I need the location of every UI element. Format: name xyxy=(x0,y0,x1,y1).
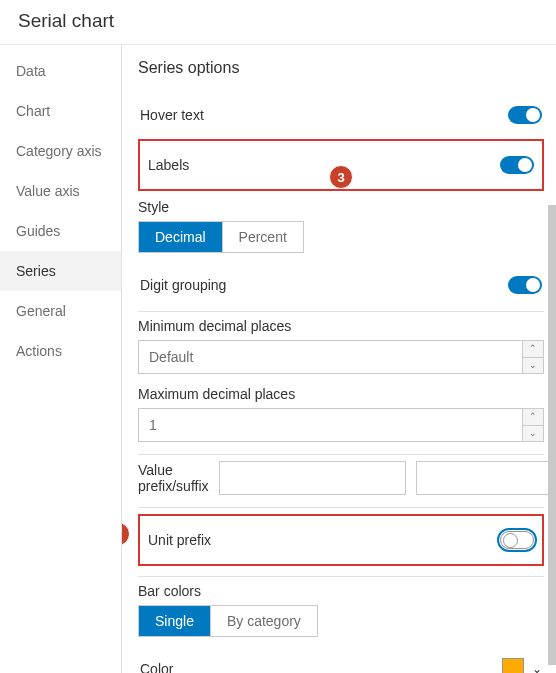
min-decimal-section: Minimum decimal places ⌃ ⌄ xyxy=(138,318,544,374)
bar-colors-section: Bar colors Single By category xyxy=(138,583,544,637)
max-decimal-up[interactable]: ⌃ xyxy=(523,409,543,426)
page-header: Serial chart xyxy=(0,0,556,45)
unit-prefix-label: Unit prefix xyxy=(148,532,211,548)
max-decimal-spinner: ⌃ ⌄ xyxy=(522,408,544,442)
sidebar-item-chart[interactable]: Chart xyxy=(0,91,121,131)
max-decimal-section: Maximum decimal places ⌃ ⌄ xyxy=(138,386,544,442)
hover-text-label: Hover text xyxy=(140,107,204,123)
labels-toggle[interactable] xyxy=(500,156,534,174)
digit-grouping-row: Digit grouping xyxy=(138,265,544,305)
body: Data Chart Category axis Value axis Guid… xyxy=(0,45,556,673)
bar-colors-single-button[interactable]: Single xyxy=(139,606,210,636)
sidebar-item-value-axis[interactable]: Value axis xyxy=(0,171,121,211)
bar-colors-segment: Single By category xyxy=(138,605,318,637)
min-decimal-input[interactable] xyxy=(138,340,522,374)
options-panel: Series options Hover text Labels 3 Style… xyxy=(122,45,556,673)
color-picker[interactable]: ⌄ xyxy=(502,658,542,673)
value-prefix-suffix-label: Value prefix/suffix xyxy=(138,462,209,494)
value-prefix-suffix-row: Value prefix/suffix xyxy=(138,461,544,495)
divider xyxy=(138,507,544,508)
style-segment: Decimal Percent xyxy=(138,221,304,253)
unit-prefix-highlight: 4 Unit prefix xyxy=(138,514,544,566)
hover-text-row: Hover text xyxy=(138,95,544,135)
sidebar-item-guides[interactable]: Guides xyxy=(0,211,121,251)
digit-grouping-toggle[interactable] xyxy=(508,276,542,294)
unit-prefix-toggle[interactable] xyxy=(500,531,534,549)
min-decimal-label: Minimum decimal places xyxy=(138,318,544,334)
sidebar-item-actions[interactable]: Actions xyxy=(0,331,121,371)
bar-colors-label: Bar colors xyxy=(138,583,544,599)
divider xyxy=(138,576,544,577)
style-decimal-button[interactable]: Decimal xyxy=(139,222,222,252)
hover-text-toggle[interactable] xyxy=(508,106,542,124)
max-decimal-input-wrap: ⌃ ⌄ xyxy=(138,408,544,442)
page-title: Serial chart xyxy=(18,10,114,31)
annotation-marker-4: 4 xyxy=(122,522,130,546)
divider xyxy=(138,311,544,312)
min-decimal-input-wrap: ⌃ ⌄ xyxy=(138,340,544,374)
sidebar-item-general[interactable]: General xyxy=(0,291,121,331)
scrollbar[interactable] xyxy=(548,205,556,665)
annotation-marker-3: 3 xyxy=(329,165,353,189)
sidebar-item-data[interactable]: Data xyxy=(0,51,121,91)
sidebar: Data Chart Category axis Value axis Guid… xyxy=(0,45,122,673)
style-percent-button[interactable]: Percent xyxy=(222,222,303,252)
max-decimal-label: Maximum decimal places xyxy=(138,386,544,402)
max-decimal-down[interactable]: ⌄ xyxy=(523,426,543,442)
labels-label: Labels xyxy=(148,157,189,173)
min-decimal-down[interactable]: ⌄ xyxy=(523,358,543,374)
divider xyxy=(138,454,544,455)
style-label: Style xyxy=(138,199,544,215)
color-row: Color ⌄ xyxy=(138,649,544,673)
value-prefix-input[interactable] xyxy=(219,461,406,495)
max-decimal-input[interactable] xyxy=(138,408,522,442)
digit-grouping-label: Digit grouping xyxy=(140,277,226,293)
bar-colors-by-category-button[interactable]: By category xyxy=(210,606,317,636)
panel-title: Series options xyxy=(138,59,544,77)
labels-highlight: Labels 3 xyxy=(138,139,544,191)
min-decimal-up[interactable]: ⌃ xyxy=(523,341,543,358)
value-suffix-input[interactable] xyxy=(416,461,556,495)
sidebar-item-series[interactable]: Series xyxy=(0,251,121,291)
chevron-down-icon: ⌄ xyxy=(532,662,542,673)
sidebar-item-category-axis[interactable]: Category axis xyxy=(0,131,121,171)
color-swatch xyxy=(502,658,524,673)
unit-prefix-row: Unit prefix xyxy=(146,520,536,560)
color-label: Color xyxy=(140,661,173,673)
min-decimal-spinner: ⌃ ⌄ xyxy=(522,340,544,374)
style-section: Style Decimal Percent xyxy=(138,199,544,253)
